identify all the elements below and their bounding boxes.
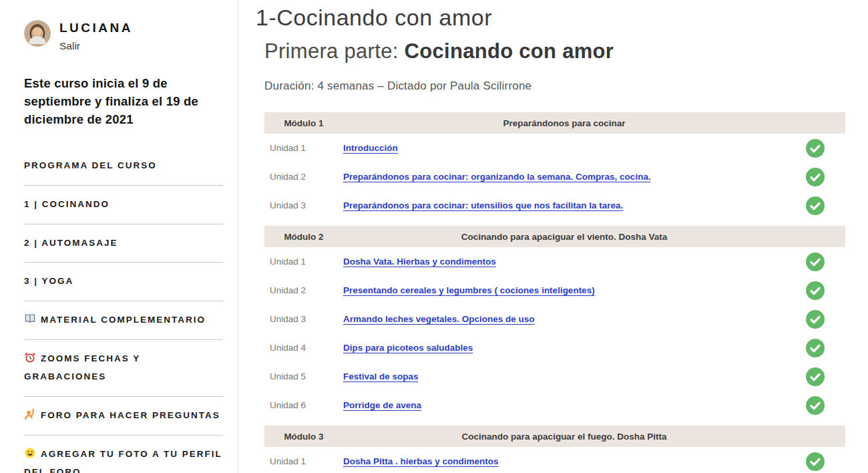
unit-label: Unidad 4 [264,343,343,353]
unit-row: Unidad 3Armando leches vegetales. Opcion… [264,305,845,333]
module-title: Preparándonos para cocinar [343,118,785,128]
unit-label: Unidad 3 [264,200,343,210]
unit-label: Unidad 1 [264,456,343,466]
completed-check-icon [806,367,825,386]
smiley-icon [24,447,36,459]
completed-check-icon [806,396,825,415]
unit-link-introducci-n[interactable]: Introducción [343,143,398,153]
alarm-clock-icon [24,351,36,363]
unit-label: Unidad 3 [264,314,343,324]
completed-check-icon [806,281,825,300]
completed-check-icon [806,196,825,215]
sidebar-item-label: MATERIAL COMPLEMENTARIO [41,315,206,325]
unit-link-porridge-de-avena[interactable]: Porridge de avena [343,400,421,410]
unit-link-dosha-vata-hierbas-y-condimentos[interactable]: Dosha Vata. Hierbas y condimentos [343,257,496,267]
module-section-m-dulo-1: Módulo 1Preparándonos para cocinarUnidad… [264,112,845,220]
module-title: Cocinando para apaciguar el viento. Dosh… [343,232,785,242]
user-avatar[interactable] [24,20,51,47]
module-label: Módulo 2 [264,232,343,242]
unit-row: Unidad 1Introducción [264,134,845,162]
unit-row: Unidad 2Presentando cereales y legumbres… [264,276,845,305]
sidebar-item-label: 1 | COCINANDO [24,199,110,209]
unit-link-festival-de-sopas[interactable]: Festival de sopas [343,371,419,381]
sidebar-nav: PROGRAMA DEL CURSO1 | COCINANDO2 | AUTOM… [24,147,226,473]
unit-link-armando-leches-vegetales-opciones-de-uso[interactable]: Armando leches vegetales. Opciones de us… [343,314,535,324]
course-table: Módulo 1Preparándonos para cocinarUnidad… [264,112,845,473]
completed-check-icon [806,253,825,271]
sidebar-item-label: 2 | AUTOMASAJE [24,238,118,248]
unit-label: Unidad 2 [264,285,343,295]
unit-label: Unidad 1 [264,257,343,267]
sidebar-item-foro-para-hacer-preguntas[interactable]: FORO PARA HACER PREGUNTAS [24,397,223,436]
unit-link-prepar-ndonos-para-cocinar-utensilios-que-nos-facilitan-la-tarea[interactable]: Preparándonos para cocinar: utensilios q… [343,200,623,210]
unit-link-dips-para-picoteos-saludables[interactable]: Dips para picoteos saludables [343,343,473,353]
unit-link-dosha-pitta-hierbas-y-condimentos[interactable]: Dosha Pitta . hierbas y condimentos [343,456,499,466]
course-dates-text: Este curso inicia el 9 de septiembre y f… [24,75,226,128]
main-content: 1-Cocinando con amor Primera parte: Coci… [238,0,868,473]
sidebar-item-label: 3 | YOGA [24,276,73,286]
module-section-m-dulo-2: Módulo 2Cocinando para apaciguar el vien… [264,226,845,420]
sidebar-item-zooms-fechas-y-grabaciones[interactable]: ZOOMS FECHAS Y GRABACIONES [24,340,223,397]
module-label: Módulo 3 [264,432,343,442]
sidebar-item-3-yoga[interactable]: 3 | YOGA [24,263,223,301]
sidebar-item-label: PROGRAMA DEL CURSO [24,160,157,170]
completed-check-icon [806,452,825,471]
sidebar-item-agregar-tu-foto-a-tu-perfil-del-foro[interactable]: AGREGAR TU FOTO A TU PERFIL DEL FORO [24,436,223,473]
book-icon [24,313,36,325]
section-title: Primera parte: Cocinando con amor [264,39,868,63]
unit-link-prepar-ndonos-para-cocinar-organizando-la-semana-compras-cocina[interactable]: Preparándonos para cocinar: organizando … [343,172,651,182]
unit-row: Unidad 3Preparándonos para cocinar: uten… [264,191,845,220]
sidebar: LUCIANA Salir Este curso inicia el 9 de … [0,0,238,473]
module-header: Módulo 2Cocinando para apaciguar el vien… [264,226,845,247]
page-title: 1-Cocinando con amor [256,5,868,31]
completed-check-icon [806,339,825,357]
unit-label: Unidad 5 [264,371,343,381]
sidebar-item-label: FORO PARA HACER PREGUNTAS [41,410,220,420]
module-header: Módulo 3Cocinando para apaciguar el fueg… [264,426,845,447]
unit-label: Unidad 1 [264,143,343,153]
module-section-m-dulo-3: Módulo 3Cocinando para apaciguar el fueg… [264,426,845,473]
logout-link[interactable]: Salir [59,40,133,52]
module-title: Cocinando para apaciguar el fuego. Dosha… [343,432,785,442]
course-meta: Duración: 4 semanas – Dictado por Paula … [264,80,868,93]
unit-label: Unidad 2 [264,172,343,182]
unit-row: Unidad 4Dips para picoteos saludables [264,333,845,362]
sidebar-item-1-cocinando[interactable]: 1 | COCINANDO [24,186,223,224]
unit-row: Unidad 5Festival de sopas [264,362,845,391]
user-info: LUCIANA Salir [59,20,133,52]
unit-link-presentando-cereales-y-legumbres-cociones-inteligentes[interactable]: Presentando cereales y legumbres ( cocio… [343,285,595,295]
completed-check-icon [806,168,825,186]
unit-row: Unidad 1Dosha Vata. Hierbas y condimento… [264,247,845,276]
sidebar-item-programa-del-curso[interactable]: PROGRAMA DEL CURSO [24,147,223,186]
section-title-main: Cocinando con amor [405,39,614,63]
completed-check-icon [806,139,825,158]
unit-row: Unidad 6Porridge de avena [264,391,845,420]
unit-row: Unidad 1Dosha Pitta . hierbas y condimen… [264,447,845,473]
unit-label: Unidad 6 [264,400,343,410]
completed-check-icon [806,310,825,329]
sidebar-item-material-complementario[interactable]: MATERIAL COMPLEMENTARIO [24,301,223,340]
unit-row: Unidad 2Preparándonos para cocinar: orga… [264,162,845,191]
module-label: Módulo 1 [264,118,343,128]
user-name: LUCIANA [59,21,133,35]
sidebar-item-label: AGREGAR TU FOTO A TU PERFIL DEL FORO [24,449,222,473]
module-header: Módulo 1Preparándonos para cocinar [264,112,845,134]
raising-hand-icon [24,408,36,420]
user-profile: LUCIANA Salir [24,20,226,52]
section-title-prefix: Primera parte: [264,39,405,63]
sidebar-item-2-automasaje[interactable]: 2 | AUTOMASAJE [24,224,223,263]
sidebar-item-label: ZOOMS FECHAS Y GRABACIONES [24,353,140,382]
